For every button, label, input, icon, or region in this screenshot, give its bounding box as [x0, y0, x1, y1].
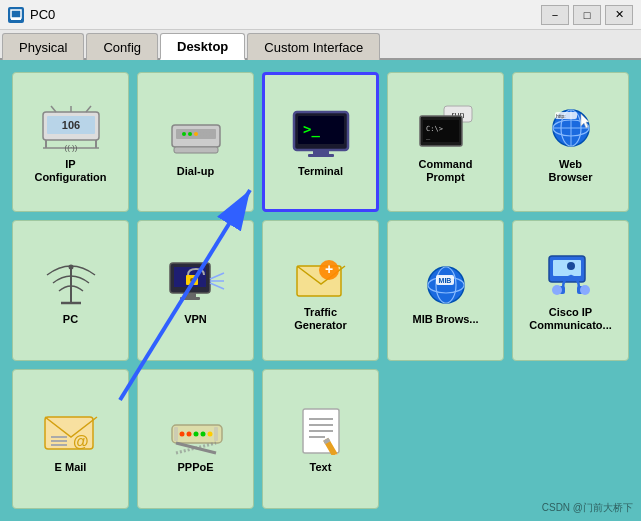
- svg-point-45: [190, 278, 194, 282]
- svg-point-72: [179, 432, 184, 437]
- command-prompt-icon: run C:\> _: [414, 102, 478, 154]
- title-bar: PC0 − □ ✕: [0, 0, 641, 30]
- traffic-generator-label: TrafficGenerator: [294, 306, 347, 332]
- svg-text:MIB: MIB: [438, 277, 451, 284]
- svg-point-41: [68, 264, 73, 269]
- svg-point-65: [567, 262, 575, 270]
- svg-rect-1: [11, 18, 21, 20]
- svg-rect-24: [308, 154, 334, 157]
- svg-rect-79: [174, 427, 178, 441]
- app-web-browser[interactable]: http: WebBrowser: [512, 72, 629, 212]
- command-prompt-label: CommandPrompt: [419, 158, 473, 184]
- mib-browser-icon: MIB: [414, 257, 478, 309]
- svg-rect-47: [180, 297, 200, 300]
- app-pc[interactable]: PC: [12, 220, 129, 360]
- svg-text:>_: >_: [303, 121, 320, 138]
- terminal-icon: >_: [289, 109, 353, 161]
- app-traffic-generator[interactable]: + TrafficGenerator: [262, 220, 379, 360]
- svg-line-7: [86, 106, 91, 112]
- app-text[interactable]: Text: [262, 369, 379, 509]
- window-title: PC0: [30, 7, 541, 22]
- tab-custom-interface[interactable]: Custom Interface: [247, 33, 380, 60]
- svg-text:http:: http:: [556, 113, 566, 119]
- svg-point-73: [186, 432, 191, 437]
- cisco-ip-communicator-label: Cisco IPCommunicato...: [529, 306, 612, 332]
- terminal-label: Terminal: [298, 165, 343, 178]
- svg-point-63: [552, 285, 562, 295]
- window-icon: [8, 7, 24, 23]
- app-vpn[interactable]: VPN: [137, 220, 254, 360]
- app-mib-browser[interactable]: MIB MIB Brows...: [387, 220, 504, 360]
- svg-point-74: [193, 432, 198, 437]
- svg-text:+: +: [324, 261, 332, 277]
- desktop-content: 106 ((·)) IPConfiguration: [0, 60, 641, 521]
- svg-point-75: [200, 432, 205, 437]
- ip-configuration-label: IPConfiguration: [34, 158, 106, 184]
- svg-point-64: [580, 285, 590, 295]
- svg-rect-14: [174, 147, 218, 153]
- svg-rect-46: [184, 293, 196, 297]
- dial-up-label: Dial-up: [177, 165, 214, 178]
- svg-point-17: [194, 132, 198, 136]
- svg-point-19: [206, 132, 210, 136]
- app-terminal[interactable]: >_ Terminal: [262, 72, 379, 212]
- minimize-button[interactable]: −: [541, 5, 569, 25]
- pppoe-icon: [164, 405, 228, 457]
- svg-line-5: [51, 106, 56, 112]
- svg-text:106: 106: [61, 119, 79, 131]
- svg-text:@: @: [73, 433, 89, 450]
- web-browser-icon: http:: [539, 102, 603, 154]
- cisco-ip-communicator-icon: [539, 250, 603, 302]
- text-label: Text: [310, 461, 332, 474]
- tab-desktop[interactable]: Desktop: [160, 33, 245, 60]
- svg-rect-80: [214, 427, 218, 441]
- ip-configuration-icon: 106 ((·)): [39, 102, 103, 154]
- app-command-prompt[interactable]: run C:\> _ CommandPrompt: [387, 72, 504, 212]
- app-ip-configuration[interactable]: 106 ((·)) IPConfiguration: [12, 72, 129, 212]
- vpn-icon: [164, 257, 228, 309]
- app-pppoe[interactable]: PPPoE: [137, 369, 254, 509]
- email-label: E Mail: [55, 461, 87, 474]
- pc-icon: [39, 257, 103, 309]
- tab-bar: Physical Config Desktop Custom Interface: [0, 30, 641, 60]
- tab-config[interactable]: Config: [86, 33, 158, 60]
- svg-line-50: [210, 283, 224, 289]
- email-icon: @: [39, 405, 103, 457]
- close-button[interactable]: ✕: [605, 5, 633, 25]
- tab-physical[interactable]: Physical: [2, 33, 84, 60]
- app-cisco-ip-communicator[interactable]: Cisco IPCommunicato...: [512, 220, 629, 360]
- svg-line-48: [210, 273, 224, 279]
- watermark: CSDN @门前大桥下: [542, 501, 633, 515]
- svg-point-18: [200, 132, 204, 136]
- svg-rect-0: [11, 10, 21, 18]
- traffic-generator-icon: +: [289, 250, 353, 302]
- mib-browser-label: MIB Brows...: [412, 313, 478, 326]
- svg-rect-60: [553, 260, 581, 276]
- app-dial-up[interactable]: Dial-up: [137, 72, 254, 212]
- dial-up-icon: [164, 109, 228, 161]
- maximize-button[interactable]: □: [573, 5, 601, 25]
- svg-rect-23: [313, 150, 329, 154]
- vpn-label: VPN: [184, 313, 207, 326]
- svg-text:((·)): ((·)): [64, 143, 77, 152]
- pc-label: PC: [63, 313, 78, 326]
- window-controls: − □ ✕: [541, 5, 633, 25]
- svg-point-76: [207, 432, 212, 437]
- app-email[interactable]: @ E Mail: [12, 369, 129, 509]
- text-icon: [289, 405, 353, 457]
- pppoe-label: PPPoE: [177, 461, 213, 474]
- web-browser-label: WebBrowser: [548, 158, 592, 184]
- svg-point-15: [182, 132, 186, 136]
- svg-point-16: [188, 132, 192, 136]
